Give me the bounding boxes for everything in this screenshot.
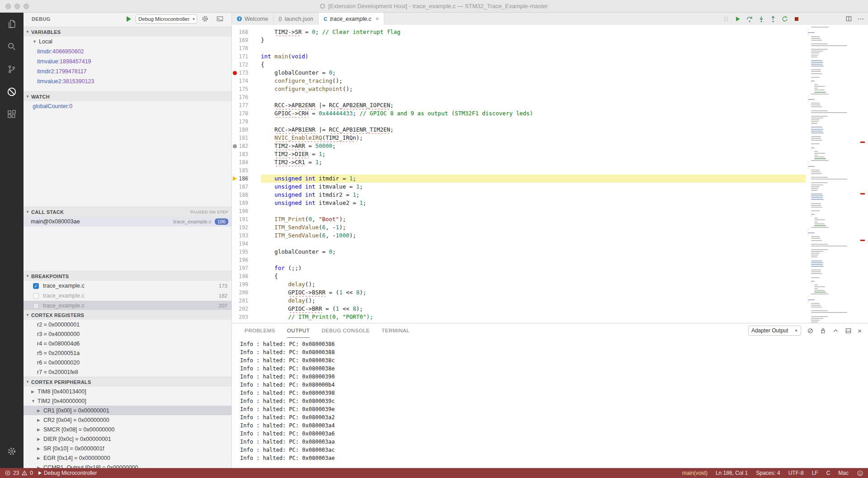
debug-config-dropdown[interactable]: Debug Microcontroller ▼ <box>136 14 197 24</box>
code-line[interactable]: 171int main(void) <box>232 52 806 61</box>
breakpoint-glyph[interactable] <box>232 264 238 272</box>
breakpoint-glyph[interactable] <box>232 232 238 240</box>
minimize-window-icon[interactable] <box>14 4 20 9</box>
code-line[interactable]: 177 RCC->APB2ENR |= RCC_APB2ENR_IOPCEN; <box>232 101 806 109</box>
peripheral-register-row[interactable]: ▶CR2 [0x04] = 0x00000000 <box>24 415 232 425</box>
breakpoint-red-icon[interactable] <box>232 69 238 77</box>
breakpoint-glyph[interactable] <box>232 93 238 101</box>
sidebar-item-explorer[interactable] <box>0 13 24 35</box>
breakpoint-checkbox[interactable] <box>33 303 39 309</box>
callstack-section-header[interactable]: ▼ CALL STACK PAUSED ON STEP <box>24 207 232 217</box>
panel-tab-debug-console[interactable]: DEBUG CONSOLE <box>321 323 370 338</box>
register-row[interactable]: r6 = 0x00000020 <box>24 358 232 367</box>
problems-status[interactable]: 23 0 <box>5 470 33 476</box>
toolbar-drag-handle[interactable] <box>722 15 730 23</box>
register-row[interactable]: r2 = 0x00000001 <box>24 320 232 329</box>
variable-row[interactable]: itmdir: 4066950602 <box>24 47 232 57</box>
output-channel-dropdown[interactable]: Adapter Output ▼ <box>748 326 801 336</box>
breakpoint-glyph[interactable] <box>232 36 238 44</box>
more-actions-icon[interactable]: ⋯ <box>857 15 864 23</box>
breakpoint-glyph[interactable] <box>232 61 238 69</box>
scroll-lock-button[interactable] <box>820 327 826 334</box>
code-line[interactable]: 199 delay(); <box>232 280 806 289</box>
watch-row[interactable]: globalCounter: 0 <box>24 101 232 111</box>
breakpoint-row[interactable]: trace_example.c182 <box>24 291 232 301</box>
code-line[interactable]: 196 <box>232 256 806 264</box>
breakpoint-glyph[interactable] <box>232 85 238 93</box>
code-line[interactable]: 182 TIM2->ARR = 50000; <box>232 142 806 150</box>
peripherals-section-header[interactable]: ▼ CORTEX PERIPHERALS <box>24 377 232 387</box>
status-item[interactable]: C <box>826 470 830 476</box>
tab-welcome[interactable]: Welcome <box>232 13 274 25</box>
code-line[interactable]: 183 TIM2->DIER = 1; <box>232 150 806 158</box>
configure-gear-button[interactable] <box>202 15 208 22</box>
code-line[interactable]: 170 <box>232 44 806 52</box>
step-over-button[interactable] <box>746 15 753 23</box>
step-into-button[interactable] <box>758 15 765 23</box>
status-item[interactable]: UTF-8 <box>788 470 804 476</box>
code-line[interactable]: 203 // ITM_Print(0, "PORT0"); <box>232 313 806 321</box>
panel-tab-output[interactable]: OUTPUT <box>287 323 310 338</box>
breakpoint-glyph[interactable] <box>232 44 238 52</box>
code-line[interactable]: 178 GPIOC->CRH = 0x44444433; // GPIOC 8 … <box>232 109 806 118</box>
code-line[interactable]: 173 globalCounter = 0; <box>232 69 806 77</box>
output-log[interactable]: Info : halted: PC: 0x08000386Info : halt… <box>232 338 868 469</box>
peripheral-register-row[interactable]: ▶CR1 [0x00] = 0x00000001 <box>24 406 232 415</box>
breakpoint-glyph[interactable] <box>232 191 238 199</box>
peripheral-row[interactable]: ▼TIM2 [0x40000000] <box>24 396 232 406</box>
breakpoint-gray-icon[interactable] <box>232 142 238 150</box>
code-line[interactable]: 174 configure_tracing(); <box>232 77 806 85</box>
toggle-panel-button[interactable] <box>845 327 852 334</box>
code-line[interactable]: 176 <box>232 93 806 101</box>
code-line[interactable]: 195 globalCounter = 0; <box>232 248 806 256</box>
breakpoint-glyph[interactable] <box>232 52 238 61</box>
register-row[interactable]: r3 = 0x40000000 <box>24 329 232 339</box>
maximize-window-icon[interactable] <box>24 4 29 9</box>
status-item[interactable]: LF <box>812 470 818 476</box>
restart-button[interactable] <box>781 15 788 23</box>
breakpoint-glyph[interactable] <box>232 256 238 264</box>
code-line[interactable]: 192 ITM_SendValue(6, -1); <box>232 223 806 232</box>
step-out-button[interactable] <box>769 15 777 23</box>
code-line[interactable]: 189 unsigned int itmvalue2 = 1; <box>232 199 806 207</box>
current-line-arrow-icon[interactable] <box>232 175 238 183</box>
callstack-frame[interactable]: main@0x080003aetrace_example.c186 <box>24 217 232 227</box>
breakpoint-glyph[interactable] <box>232 207 238 215</box>
status-item[interactable]: Ln 186, Col 1 <box>716 470 748 476</box>
code-line[interactable]: 180 RCC->APB1ENR |= RCC_APB1ENR_TIM2EN; <box>232 126 806 134</box>
maximize-panel-button[interactable] <box>832 327 839 334</box>
code-line[interactable]: 185 <box>232 166 806 175</box>
breakpoint-glyph[interactable] <box>232 150 238 158</box>
debug-status[interactable]: Debug Microcontroller <box>38 470 97 476</box>
code-line[interactable]: 200 GPIOC->BSRR = (1 << 8); <box>232 289 806 297</box>
breakpoint-glyph[interactable] <box>232 166 238 175</box>
registers-section-header[interactable]: ▼ CORTEX REGISTERS <box>24 310 232 320</box>
code-line[interactable]: 190 <box>232 207 806 215</box>
breakpoint-glyph[interactable] <box>232 313 238 321</box>
variable-row[interactable]: itmvalue2: 3815390123 <box>24 76 232 86</box>
panel-tab-problems[interactable]: PROBLEMS <box>245 323 275 338</box>
feedback-smiley[interactable] <box>857 470 863 477</box>
sidebar-item-source-control[interactable] <box>0 58 24 80</box>
breakpoint-checkbox[interactable] <box>33 293 39 299</box>
status-item[interactable]: Spaces: 4 <box>756 470 780 476</box>
breakpoint-glyph[interactable] <box>232 305 238 313</box>
peripheral-register-row[interactable]: ▶EGR [0x14] = 0x00000000 <box>24 453 232 463</box>
peripheral-register-row[interactable]: ▶SMCR [0x08] = 0x00000000 <box>24 425 232 434</box>
debug-console-button[interactable] <box>217 15 223 22</box>
scope-local-row[interactable]: ▼ Local <box>24 37 232 47</box>
breakpoint-glyph[interactable] <box>232 223 238 232</box>
breakpoint-glyph[interactable] <box>232 158 238 166</box>
breakpoint-checkbox[interactable]: ✓ <box>33 283 39 289</box>
breakpoint-glyph[interactable] <box>232 109 238 118</box>
sidebar-item-search[interactable] <box>0 35 24 58</box>
variables-section-header[interactable]: ▼ VARIABLES <box>24 27 232 37</box>
split-editor-icon[interactable] <box>845 15 852 22</box>
breakpoint-glyph[interactable] <box>232 101 238 109</box>
variable-row[interactable]: itmdir2: 1799478117 <box>24 66 232 76</box>
breakpoint-glyph[interactable] <box>232 126 238 134</box>
peripheral-register-row[interactable]: ▶CCMR1_Output [0x18] = 0x00000000 <box>24 463 232 468</box>
code-line[interactable]: 175 configure_watchpoint(); <box>232 85 806 93</box>
variable-row[interactable]: itmvalue: 1898457419 <box>24 57 232 66</box>
code-line[interactable]: 184 TIM2->CR1 = 1; <box>232 158 806 166</box>
